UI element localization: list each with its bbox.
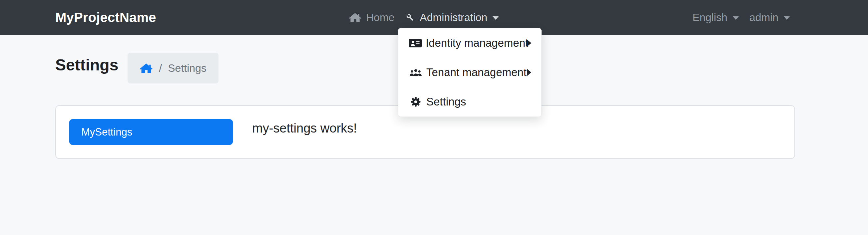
gear-icon — [409, 96, 422, 107]
nav-item-administration-label: Administration — [420, 11, 487, 24]
home-icon — [140, 62, 153, 74]
administration-dropdown-menu: Identity management Tenant management — [398, 28, 541, 117]
breadcrumb-home-link[interactable] — [140, 62, 153, 74]
submenu-caret-right-icon — [527, 40, 531, 46]
id-card-icon — [409, 37, 422, 49]
home-icon — [349, 12, 362, 23]
language-label: English — [692, 11, 727, 24]
breadcrumb-separator: / — [159, 62, 162, 74]
chevron-down-icon — [784, 16, 790, 20]
users-icon — [409, 67, 422, 78]
submenu-caret-right-icon — [527, 69, 531, 76]
nav-item-home-label: Home — [366, 11, 394, 24]
breadcrumb: / Settings — [128, 53, 218, 83]
navbar-right-menu: English admin — [687, 5, 795, 29]
user-dropdown-toggle[interactable]: admin — [744, 5, 795, 29]
menu-item-label: Tenant management — [426, 66, 527, 79]
nav-item-administration[interactable]: Administration — [400, 5, 504, 29]
breadcrumb-current-page: Settings — [168, 62, 207, 74]
menu-item-settings[interactable]: Settings — [398, 87, 541, 116]
wrench-icon — [405, 12, 415, 22]
menu-item-label: Settings — [426, 96, 466, 108]
chevron-down-icon — [733, 16, 739, 20]
user-label: admin — [749, 11, 778, 24]
menu-item-tenant-management[interactable]: Tenant management — [398, 58, 541, 87]
settings-tab-content-text: my-settings works! — [252, 121, 357, 135]
chevron-down-icon — [493, 16, 499, 20]
nav-item-home[interactable]: Home — [343, 5, 400, 29]
menu-item-label: Identity management — [426, 37, 528, 49]
page-title: Settings — [55, 55, 118, 75]
my-settings-tab-button[interactable]: MySettings — [69, 119, 233, 145]
brand-link[interactable]: MyProjectName — [55, 10, 156, 25]
settings-page-screen: MyProjectName Home — [0, 0, 868, 235]
menu-item-identity-management[interactable]: Identity management — [398, 28, 541, 58]
language-dropdown-toggle[interactable]: English — [687, 5, 744, 29]
